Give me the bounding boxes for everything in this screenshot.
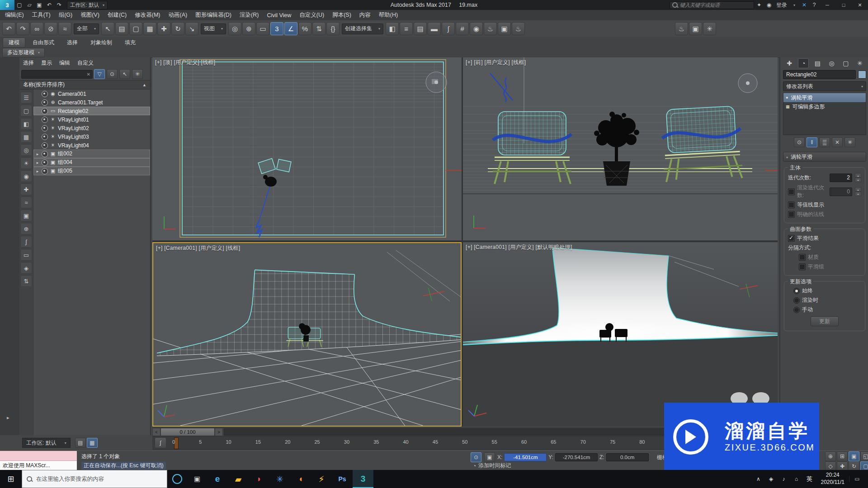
taskbar-edge-icon[interactable]: e	[207, 470, 228, 488]
render-iterative-icon[interactable]: ♨	[675, 22, 688, 35]
select-and-link-icon[interactable]: ∞	[30, 22, 43, 35]
z-coordinate-field[interactable]: 0.0cm	[606, 453, 649, 461]
visibility-eye-icon[interactable]	[42, 160, 48, 166]
zoom-all-icon[interactable]: ⊞	[837, 451, 848, 461]
explorer-menu-item[interactable]: 选择	[23, 59, 34, 67]
select-and-manipulate-icon[interactable]: ⊕	[242, 22, 255, 35]
se-display-shapes-icon[interactable]: ◎	[20, 144, 32, 156]
se-settings-icon[interactable]: ✳	[132, 69, 143, 79]
se-display-containers-icon[interactable]: ▭	[20, 249, 32, 261]
explorer-row[interactable]: ◉ Camera001	[33, 89, 150, 98]
absolute-offset-toggle-icon[interactable]: ▣	[484, 452, 495, 462]
prev-frame-button[interactable]: <	[152, 428, 160, 436]
make-unique-icon[interactable]: ▒	[819, 137, 830, 147]
visibility-eye-icon[interactable]	[42, 99, 48, 106]
render-iterations-field[interactable]: 0	[830, 188, 852, 196]
x-coordinate-field[interactable]: -41.501cm	[504, 453, 547, 461]
expand-arrow-icon[interactable]: ▸	[35, 152, 40, 156]
zoom-icon[interactable]: ⊕	[825, 451, 836, 461]
viewport-label-camera-shaded[interactable]: [+] [Camera001] [用户定义] [默认明暗处理]	[466, 244, 572, 251]
open-file-icon[interactable]: ▱	[25, 1, 34, 9]
viewport-label-front[interactable]: [+] [前] [用户定义] [线框]	[466, 59, 526, 66]
visibility-eye-icon[interactable]	[42, 142, 48, 149]
show-end-result-icon[interactable]: ‖	[807, 137, 817, 147]
turbosmooth-rollout-header[interactable]: 涡轮平滑	[783, 152, 866, 162]
selection-filter-combo[interactable]: 全部	[74, 23, 99, 34]
select-by-name-icon[interactable]: ▤	[115, 22, 128, 35]
taskbar-firefox-icon[interactable]: ◖	[290, 470, 311, 488]
add-time-tag[interactable]: ◔ 添加时间标记	[473, 462, 511, 469]
select-and-rotate-icon[interactable]: ↻	[171, 22, 184, 35]
modify-tab-icon[interactable]: ◔	[798, 58, 809, 68]
explorer-menu-item[interactable]: 显示	[41, 59, 52, 67]
se-display-none-icon[interactable]: ▢	[20, 105, 32, 117]
update-button[interactable]: 更新	[811, 316, 839, 326]
motion-tab-icon[interactable]: ◎	[826, 58, 837, 68]
object-color-swatch[interactable]	[858, 70, 866, 79]
smooth-result-checkbox[interactable]	[788, 235, 795, 242]
menu-item[interactable]: 修改器(M)	[131, 10, 164, 20]
workspace-selector[interactable]: 工作区: 默认	[22, 438, 71, 448]
redo-icon[interactable]: ↷	[55, 1, 64, 9]
se-display-inverted-icon[interactable]: ◧	[20, 118, 32, 130]
manually-radio[interactable]	[793, 307, 800, 313]
when-rendering-radio[interactable]	[793, 297, 800, 304]
explorer-row[interactable]: ▸ ▣ 组004	[33, 158, 150, 167]
select-object-icon[interactable]: ↖	[101, 22, 114, 35]
camera-wireframe-canvas[interactable]	[153, 243, 461, 426]
ribbon-tab[interactable]: 自由形式	[27, 38, 60, 47]
use-pivot-center-icon[interactable]: ◎	[228, 22, 241, 35]
front-view-canvas[interactable]	[463, 57, 778, 240]
configure-modifier-sets-icon[interactable]: ✳	[844, 137, 855, 147]
help-icon[interactable]: ?	[810, 1, 819, 9]
visibility-eye-icon[interactable]	[42, 108, 48, 114]
ribbon-tab[interactable]: 选择	[61, 38, 83, 47]
explorer-search-input[interactable]: ✕	[21, 70, 93, 79]
menu-item[interactable]: 组(G)	[55, 10, 77, 20]
help-search-input[interactable]: 键入关键字或短语	[670, 1, 754, 9]
community-icon[interactable]: ✦	[755, 1, 764, 9]
menu-item[interactable]: 编辑(E)	[1, 10, 28, 20]
taskbar-file-explorer-icon[interactable]: ▰	[228, 470, 249, 488]
redo-icon[interactable]: ↷	[16, 22, 29, 35]
taskbar-3dsmax-icon[interactable]: 3	[353, 470, 373, 488]
y-coordinate-field[interactable]: -270.541cm	[555, 453, 598, 461]
se-pick-icon[interactable]: ↖	[119, 69, 130, 79]
explorer-row[interactable]: ☀ VRayLight02	[33, 124, 150, 132]
render-iterations-spinner[interactable]: ▴▾	[855, 187, 861, 196]
se-display-helpers-icon[interactable]: ✚	[20, 183, 32, 195]
visibility-eye-icon[interactable]	[42, 134, 48, 140]
expand-arrow-icon[interactable]: ▸	[35, 169, 40, 174]
save-file-icon[interactable]: ▣	[35, 1, 44, 9]
ribbon-tab[interactable]: 填充	[119, 38, 141, 47]
iterations-spinner[interactable]: ▴▾	[855, 173, 861, 182]
material-editor-icon[interactable]: ◉	[470, 22, 483, 35]
user-account-icon[interactable]: ◉	[764, 1, 774, 9]
task-view-button[interactable]: ▣	[187, 470, 207, 488]
menu-item[interactable]: 视图(V)	[76, 10, 104, 20]
explorer-row[interactable]: ☀ VRayLight03	[33, 132, 150, 141]
se-display-bones-icon[interactable]: ∫	[20, 236, 32, 248]
schematic-view-icon[interactable]: #	[456, 22, 469, 35]
isoline-display-checkbox[interactable]	[788, 202, 795, 208]
explorer-row[interactable]: ▸ ▣ 组002	[33, 150, 150, 158]
visibility-eye-icon[interactable]	[42, 125, 48, 131]
se-display-cameras-icon[interactable]: ◉	[20, 170, 32, 182]
modifier-stack-row[interactable]: ● 涡轮平滑	[783, 93, 866, 102]
se-display-lights-icon[interactable]: ☀	[20, 157, 32, 169]
explorer-menu-item[interactable]: 编辑	[59, 59, 70, 67]
render-production-icon[interactable]: ♨	[512, 22, 525, 35]
selection-lock-icon[interactable]: ⊙	[471, 452, 481, 462]
hierarchy-tab-icon[interactable]: ▤	[812, 58, 823, 68]
se-filter-icon[interactable]: ▽	[94, 69, 105, 79]
object-name-field[interactable]: Rectangle02	[783, 70, 856, 79]
angle-snap-icon[interactable]: ∠	[284, 22, 297, 35]
se-lock-icon[interactable]: ⊙	[107, 69, 118, 79]
se-display-materials-icon[interactable]: ◈	[20, 262, 32, 274]
layer-explorer-icon[interactable]: ▤	[414, 22, 427, 35]
grid-layout-icon[interactable]: ▦	[87, 438, 98, 448]
taskbar-thunder-icon[interactable]: ⚡	[311, 470, 332, 488]
tray-volume-icon[interactable]: ♪	[778, 476, 790, 482]
mini-curve-editor-icon[interactable]: ∫	[155, 437, 166, 448]
taskbar-music-app-icon[interactable]: ◗	[249, 470, 269, 488]
